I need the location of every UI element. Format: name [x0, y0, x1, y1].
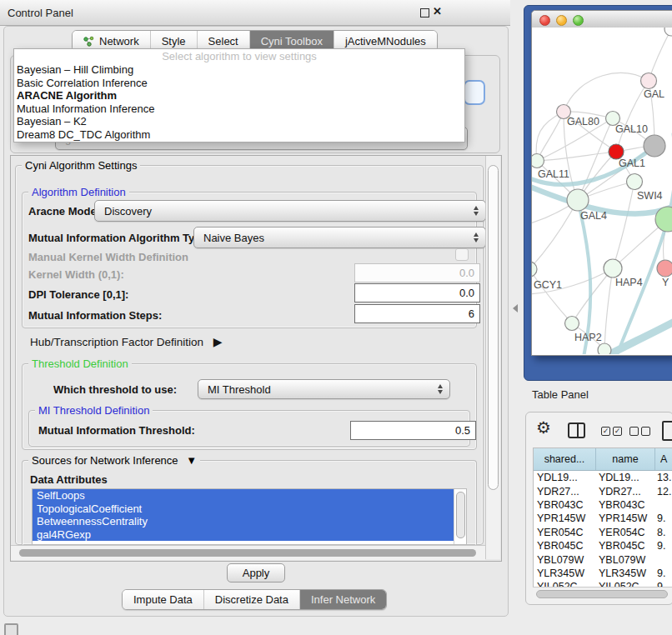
column-header-shared-[interactable]: shared...: [534, 448, 596, 470]
network-node-gal4[interactable]: [567, 189, 589, 211]
network-node-gal11[interactable]: [532, 154, 544, 168]
table-cell: YPR145W: [595, 512, 654, 524]
table-row[interactable]: YPR145WYPR145W9.: [534, 512, 672, 525]
tab-label: Style: [162, 35, 186, 48]
minimize-traffic-light[interactable]: [556, 15, 567, 26]
table-cell: YLR345W: [595, 568, 654, 579]
table-row[interactable]: YBR043CYBR043C: [534, 498, 672, 512]
cyni-bottom-tab-bar: Impute DataDiscretize DataInfer Network: [122, 589, 387, 610]
mi-steps-input[interactable]: 6: [354, 304, 480, 323]
settings-hscrollbar-track[interactable]: [11, 545, 485, 560]
node-label-gal10: GAL10: [615, 123, 648, 135]
network-node-hap2[interactable]: [565, 317, 579, 331]
network-node-y[interactable]: [657, 260, 672, 277]
new-table-icon[interactable]: [662, 421, 672, 441]
tab-impute-data[interactable]: Impute Data: [123, 590, 204, 609]
tab-label: Network: [99, 35, 139, 48]
algorithm-option-basic-correlation-inference[interactable]: Basic Correlation Inference: [14, 77, 464, 90]
network-node-hap4[interactable]: [604, 259, 622, 278]
node-label-swi4: SWI4: [637, 190, 663, 202]
tab-label: Discretize Data: [215, 593, 288, 606]
table-row[interactable]: YLR345WYLR345W9.: [534, 567, 672, 580]
table-cell: YBR045C: [534, 540, 595, 552]
collapse-down-icon[interactable]: ▼: [186, 454, 197, 467]
table-cell: YLR345W: [534, 568, 595, 579]
attribute-item-gal4rgexp[interactable]: gal4RGexp: [33, 528, 454, 542]
node-label-hap4: HAP4: [615, 277, 643, 288]
table-cell: 12...: [654, 486, 672, 498]
tab-discretize-data[interactable]: Discretize Data: [204, 590, 300, 609]
attribute-item-topologicalcoefficient[interactable]: TopologicalCoefficient: [33, 502, 454, 516]
mi-threshold-label: Mutual Information Threshold:: [38, 424, 195, 437]
which-threshold-select[interactable]: MI Threshold: [198, 379, 450, 399]
threshold-definition-title: Threshold Definition: [28, 358, 132, 370]
tab-infer-network[interactable]: Infer Network: [300, 590, 386, 609]
data-attributes-label: Data Attributes: [30, 473, 108, 486]
select-all-columns-icon[interactable]: ✓✓: [601, 427, 622, 436]
column-layout-icon[interactable]: [568, 422, 585, 438]
table-row[interactable]: YBR045CYBR045C9.: [534, 539, 672, 552]
panel-title: Control Panel: [8, 7, 73, 19]
kernel-width-input[interactable]: 0.0: [354, 263, 480, 282]
zoom-traffic-light[interactable]: [573, 15, 584, 26]
table-row[interactable]: YDR27...YDR27...12...: [534, 484, 672, 498]
column-header-a[interactable]: A: [655, 448, 672, 470]
network-node-swi4[interactable]: [627, 174, 643, 190]
list-scrollbar-track[interactable]: [454, 489, 466, 544]
expand-right-icon[interactable]: ▶: [213, 335, 223, 348]
hub-expander[interactable]: Hub/Transcription Factor Definition ▶: [30, 335, 223, 348]
kernel-width-label: Kernel Width (0,1):: [28, 268, 124, 281]
network-node-gal[interactable]: [641, 73, 657, 89]
list-scrollbar-thumb[interactable]: [456, 492, 465, 538]
algorithm-option-aracne-algorithm[interactable]: ARACNE Algorithm: [14, 89, 464, 102]
sources-group-title[interactable]: Sources for Network Inference ▼: [28, 455, 200, 467]
settings-vscrollbar-thumb[interactable]: [488, 165, 499, 490]
screen: Control Panel ✕ galFiltered.sif default …: [0, 0, 672, 635]
manual-kernel-checkbox[interactable]: [455, 248, 469, 261]
algorithm-dropdown-list: Bayesian – Hill ClimbingBasic Correlatio…: [14, 63, 464, 142]
node-label-hap2: HAP2: [574, 332, 602, 343]
apply-button[interactable]: Apply: [227, 563, 285, 582]
network-canvas[interactable]: GALGAL80GAL10GAL1GAL11SWI4GAL4GCY1HAP4YH…: [532, 28, 672, 354]
network-node-gcy1[interactable]: [532, 262, 537, 277]
mi-type-select[interactable]: Naive Bayes: [193, 227, 486, 248]
table-row[interactable]: YBL079WYBL079W: [534, 552, 672, 566]
dock-panel-icon[interactable]: [4, 623, 18, 635]
close-traffic-light[interactable]: [539, 15, 550, 26]
network-node[interactable]: [664, 28, 672, 36]
algorithm-option-mutual-information-inference[interactable]: Mutual Information Inference: [14, 102, 464, 116]
settings-hscrollbar-thumb[interactable]: [19, 549, 476, 557]
table-row[interactable]: YER054CYER054C8.: [534, 526, 672, 539]
table-hscrollbar-thumb[interactable]: [536, 590, 668, 598]
float-window-icon[interactable]: [420, 8, 429, 18]
table-cell: YBR043C: [534, 499, 595, 511]
mi-threshold-input[interactable]: 0.5: [350, 421, 476, 440]
table-hscrollbar-track[interactable]: [533, 587, 672, 599]
tab-label: Impute Data: [133, 593, 193, 606]
settings-vscrollbar-track[interactable]: [485, 156, 500, 559]
table-row[interactable]: YDL19...YDL19...13...: [534, 471, 672, 484]
deselect-all-columns-icon[interactable]: [629, 427, 650, 436]
table-cell: YPR145W: [534, 512, 595, 524]
mi-threshold-group-title: MI Threshold Definition: [35, 405, 153, 417]
attribute-item-selfloops[interactable]: SelfLoops: [33, 489, 454, 502]
algorithm-option-bayesian-hill-climbing[interactable]: Bayesian – Hill Climbing: [14, 63, 464, 77]
table-cell: 9.: [654, 568, 672, 579]
mi-steps-label: Mutual Information Steps:: [28, 309, 162, 322]
algorithm-option-bayesian-k2[interactable]: Bayesian – K2: [14, 115, 464, 128]
table-panel: ⚙ ✓✓ shared...nameA YDL19...YDL19...13..…: [525, 412, 672, 605]
inference-algorithm-select-fragment[interactable]: [464, 80, 485, 105]
network-node[interactable]: [598, 343, 611, 354]
network-node[interactable]: [644, 135, 665, 157]
node-label-gal80: GAL80: [567, 116, 599, 128]
column-header-name[interactable]: name: [596, 448, 655, 470]
node-label-gal11: GAL11: [538, 168, 569, 180]
attribute-item-betweennesscentrality[interactable]: BetweennessCentrality: [33, 515, 454, 528]
aracne-mode-select[interactable]: Discovery: [94, 200, 486, 222]
dpi-tolerance-input[interactable]: 0.0: [354, 283, 480, 302]
algorithm-option-dream8-dc-tdc-algorithm[interactable]: Dream8 DC_TDC Algorithm: [14, 128, 464, 142]
splitter-collapse-icon[interactable]: [513, 304, 518, 312]
hub-expander-label: Hub/Transcription Factor Definition: [30, 336, 203, 348]
close-icon[interactable]: ✕: [433, 5, 442, 18]
gear-icon[interactable]: ⚙: [536, 418, 551, 438]
